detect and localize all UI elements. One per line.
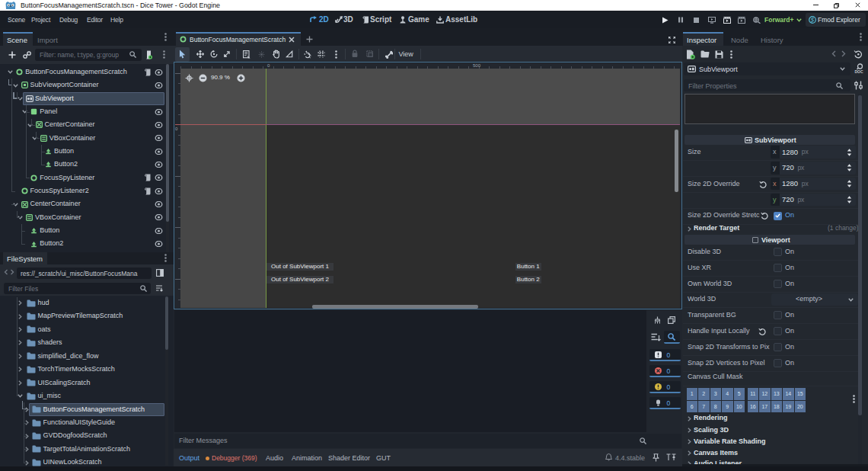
svg-text:DOC: DOC (855, 69, 864, 74)
